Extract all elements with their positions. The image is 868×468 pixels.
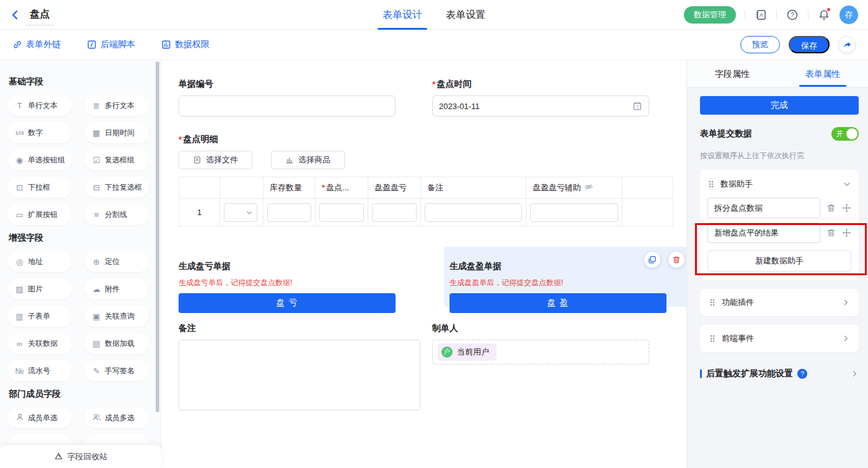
- row-cell-input[interactable]: [530, 203, 618, 222]
- field-pill[interactable]: ∞关联数据: [7, 333, 72, 354]
- share-button[interactable]: [838, 36, 856, 53]
- field-pill[interactable]: ◎地址: [7, 251, 72, 272]
- field-pill[interactable]: T单行文本: [7, 95, 72, 116]
- creator-input[interactable]: 户 当前用户: [432, 340, 649, 364]
- detail-col-header[interactable]: [179, 177, 220, 199]
- field-pill[interactable]: ≡分割线: [84, 204, 149, 225]
- field-pill[interactable]: ✎手写签名: [84, 360, 149, 381]
- copy-field-button[interactable]: [644, 252, 660, 268]
- delete-assistant-icon[interactable]: [826, 203, 836, 213]
- sidebar-scrollbar[interactable]: [156, 61, 159, 412]
- field-pill[interactable]: ▦日期时间: [84, 122, 149, 143]
- field-creator[interactable]: 制单人 户 当前用户: [432, 323, 649, 412]
- field-pill[interactable]: №流水号: [7, 360, 72, 381]
- field-pill[interactable]: ▭扩展按钮: [7, 204, 72, 225]
- chevron-down-icon[interactable]: [843, 180, 851, 188]
- data-assistant-item-button[interactable]: 拆分盘点数据: [707, 198, 820, 218]
- field-pill[interactable]: ⊟下拉复选框: [84, 177, 149, 198]
- field-pill[interactable]: ▥子表单: [7, 306, 72, 327]
- multi-select-icon: ⊟: [92, 183, 101, 192]
- field-pill[interactable]: 123数字: [7, 122, 72, 143]
- detail-col-header[interactable]: [622, 177, 673, 199]
- user-avatar[interactable]: 存: [839, 6, 858, 24]
- field-pill[interactable]: ▤数据加载: [84, 333, 149, 354]
- submit-data-toggle[interactable]: 开: [831, 127, 859, 141]
- tab-form-settings[interactable]: 表单设置: [445, 0, 487, 30]
- field-generate-loss[interactable]: 生成盘亏单据 生成盘亏单后，记得提交盘点数据! 盘 亏: [179, 261, 396, 313]
- field-pill[interactable]: ⊕定位: [84, 251, 149, 272]
- field-check-time[interactable]: *盘点时间 2023-01-11 7: [432, 79, 649, 117]
- detail-col-header[interactable]: 库存数量: [264, 177, 316, 199]
- loss-action-button[interactable]: 盘 亏: [179, 293, 396, 313]
- new-data-assistant-button[interactable]: 新建数据助手: [707, 250, 851, 272]
- detail-col-header[interactable]: 盘盈盘亏: [368, 177, 421, 199]
- form-external-link[interactable]: 表单外链: [12, 39, 61, 50]
- save-button[interactable]: 保存: [789, 36, 830, 53]
- field-pill[interactable]: 成员单选: [7, 407, 72, 428]
- lookup-icon: ▣: [92, 312, 101, 321]
- drag-handle-icon[interactable]: [709, 298, 716, 307]
- choose-product-label: 选择商品: [298, 154, 330, 166]
- detail-col-header[interactable]: *盘点...: [316, 177, 368, 199]
- field-pill[interactable]: 成员多选: [84, 407, 149, 428]
- field-doc-no[interactable]: 单据编号: [179, 79, 396, 117]
- back-button[interactable]: [10, 9, 21, 20]
- check-time-input[interactable]: 2023-01-11 7: [432, 95, 649, 117]
- field-pill-label: 复选框组: [105, 155, 135, 166]
- field-pill-label: 手写签名: [105, 366, 135, 376]
- doc-no-input[interactable]: [179, 95, 396, 117]
- row-cell-input[interactable]: [425, 203, 522, 222]
- detail-buttons: 选择文件 选择商品: [179, 151, 686, 169]
- detail-col-header[interactable]: 盘盈盘亏辅助: [526, 177, 622, 199]
- form-title[interactable]: 盘点: [30, 8, 50, 21]
- drag-handle-icon[interactable]: [707, 180, 715, 188]
- tab-form-design[interactable]: 表单设计: [381, 0, 423, 30]
- remark-textarea[interactable]: [179, 340, 420, 410]
- choose-file-button[interactable]: 选择文件: [179, 151, 252, 169]
- delete-assistant-icon[interactable]: [826, 228, 836, 238]
- delete-field-button[interactable]: [668, 252, 684, 268]
- choose-product-button[interactable]: 选择商品: [271, 151, 345, 169]
- move-assistant-icon[interactable]: [841, 228, 851, 238]
- field-pill[interactable]: ☁附件: [84, 278, 149, 299]
- field-pill[interactable]: ◉单选按钮组: [7, 149, 72, 170]
- preview-button[interactable]: 预览: [740, 36, 780, 53]
- notification-bell-icon[interactable]: [817, 8, 831, 22]
- svg-text:A: A: [760, 12, 763, 18]
- detail-col-header[interactable]: [220, 177, 264, 199]
- tab-field-properties[interactable]: 字段属性: [687, 60, 777, 87]
- gain-hint: 生成盘盈单后，记得提交盘点数据!: [450, 278, 686, 288]
- move-assistant-icon[interactable]: [841, 203, 851, 213]
- field-pill[interactable]: ⊡下拉框: [7, 177, 72, 198]
- data-manage-button[interactable]: 数据管理: [684, 6, 736, 24]
- field-pill-label: 下拉复选框: [105, 182, 142, 193]
- tab-form-properties[interactable]: 表单属性: [777, 60, 868, 87]
- data-permission-link[interactable]: 数据权限: [161, 39, 210, 50]
- field-pill[interactable]: ☑复选框组: [84, 149, 149, 170]
- row-cell-input[interactable]: [372, 203, 417, 222]
- field-remark[interactable]: 备注: [179, 323, 420, 412]
- gain-action-button[interactable]: 盘 盈: [450, 293, 666, 313]
- field-recycle-bin[interactable]: 字段回收站: [0, 444, 161, 468]
- data-assistant-item-button[interactable]: 新增盘点平的结果: [707, 223, 820, 243]
- address-book-icon[interactable]: A: [754, 8, 768, 22]
- help-icon[interactable]: ?: [786, 8, 799, 22]
- submit-data-title: 表单提交数据: [700, 128, 752, 139]
- drag-handle-icon[interactable]: [709, 334, 716, 343]
- field-pill[interactable]: ▨图片: [7, 278, 72, 299]
- plugins-card[interactable]: 功能插件: [700, 289, 859, 316]
- field-pill[interactable]: ≣多行文本: [84, 95, 149, 116]
- data-assistant-header[interactable]: 数据助手: [707, 175, 851, 193]
- done-button[interactable]: 完成: [700, 96, 859, 115]
- field-pill[interactable]: ▣关联查询: [84, 306, 149, 327]
- detail-col-header[interactable]: 备注: [421, 177, 526, 199]
- detail-cell: [368, 199, 421, 226]
- help-badge-icon[interactable]: ?: [797, 369, 807, 379]
- row-cell-input[interactable]: [319, 203, 364, 222]
- field-generate-gain-selected[interactable]: 生成盘盈单据 生成盘盈单后，记得提交盘点数据! 盘 盈: [444, 247, 686, 307]
- frontend-events-card[interactable]: 前端事件: [700, 325, 859, 352]
- row-select-dropdown[interactable]: [224, 203, 257, 222]
- backend-script-link[interactable]: 后端脚本: [87, 39, 135, 50]
- row-cell-input[interactable]: [267, 203, 311, 222]
- post-trigger-settings[interactable]: 后置触发扩展功能设置 ?: [700, 368, 859, 379]
